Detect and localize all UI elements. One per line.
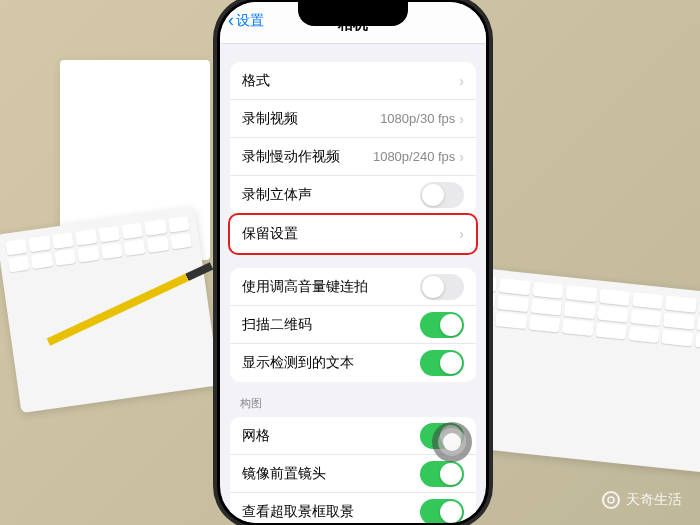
- row-label: 显示检测到的文本: [242, 354, 420, 372]
- row-label: 镜像前置镜头: [242, 465, 420, 483]
- toggle-volume-burst[interactable]: [420, 274, 464, 300]
- toggle-detected-text[interactable]: [420, 350, 464, 376]
- row-value: 1080p/240 fps: [373, 149, 455, 164]
- toggle-mirror-front[interactable]: [420, 461, 464, 487]
- row-detected-text[interactable]: 显示检测到的文本: [230, 344, 476, 382]
- watermark: 天奇生活: [602, 491, 682, 509]
- row-view-outside-frame[interactable]: 查看超取景框取景: [230, 493, 476, 523]
- toggle-view-outside[interactable]: [420, 499, 464, 523]
- chevron-right-icon: ›: [459, 73, 464, 89]
- row-value: 1080p/30 fps: [380, 111, 455, 126]
- section-main-2: 使用调高音量键连拍 扫描二维码 显示检测到的文本: [230, 268, 476, 382]
- row-preserve-settings[interactable]: 保留设置 ›: [230, 215, 476, 253]
- row-format[interactable]: 格式 ›: [230, 62, 476, 100]
- row-label: 格式: [242, 72, 459, 90]
- row-qr-scan[interactable]: 扫描二维码: [230, 306, 476, 344]
- notch: [298, 2, 408, 26]
- watermark-icon: [602, 491, 620, 509]
- row-label: 扫描二维码: [242, 316, 420, 334]
- row-volume-burst[interactable]: 使用调高音量键连拍: [230, 268, 476, 306]
- chevron-right-icon: ›: [459, 226, 464, 242]
- row-label: 使用调高音量键连拍: [242, 278, 420, 296]
- row-mirror-front[interactable]: 镜像前置镜头: [230, 455, 476, 493]
- svg-point-0: [608, 497, 614, 503]
- assistive-touch-button[interactable]: [432, 422, 472, 462]
- row-label: 录制视频: [242, 110, 380, 128]
- back-button[interactable]: ‹ 设置: [228, 10, 264, 31]
- row-label: 录制立体声: [242, 186, 420, 204]
- row-record-video[interactable]: 录制视频 1080p/30 fps ›: [230, 100, 476, 138]
- row-label: 网格: [242, 427, 420, 445]
- row-label: 录制慢动作视频: [242, 148, 373, 166]
- section-header-composition: 构图: [220, 382, 486, 415]
- row-stereo[interactable]: 录制立体声: [230, 176, 476, 214]
- toggle-stereo[interactable]: [420, 182, 464, 208]
- phone-frame: ‹ 设置 相机 格式 › 录制视频 1080p/30 fps ›: [213, 0, 493, 525]
- section-preserve-highlighted: 保留设置 ›: [228, 213, 478, 255]
- chevron-right-icon: ›: [459, 149, 464, 165]
- row-label: 查看超取景框取景: [242, 503, 420, 521]
- chevron-left-icon: ‹: [228, 10, 234, 31]
- phone-screen: ‹ 设置 相机 格式 › 录制视频 1080p/30 fps ›: [220, 2, 486, 523]
- section-main: 格式 › 录制视频 1080p/30 fps › 录制慢动作视频 1080p/2…: [230, 62, 476, 214]
- watermark-text: 天奇生活: [626, 491, 682, 509]
- row-record-slomo[interactable]: 录制慢动作视频 1080p/240 fps ›: [230, 138, 476, 176]
- chevron-right-icon: ›: [459, 111, 464, 127]
- back-label: 设置: [236, 12, 264, 30]
- toggle-qr[interactable]: [420, 312, 464, 338]
- row-label: 保留设置: [242, 225, 459, 243]
